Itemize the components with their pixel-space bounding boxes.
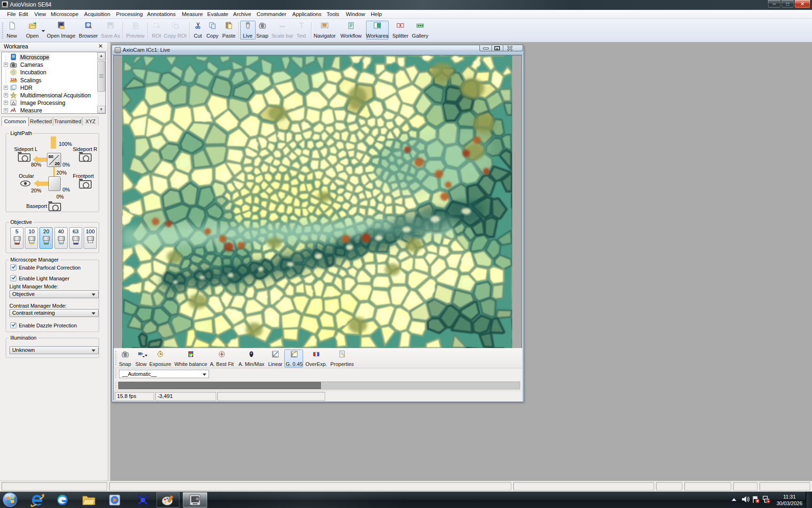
svg-text:123: 123 [10, 77, 16, 81]
